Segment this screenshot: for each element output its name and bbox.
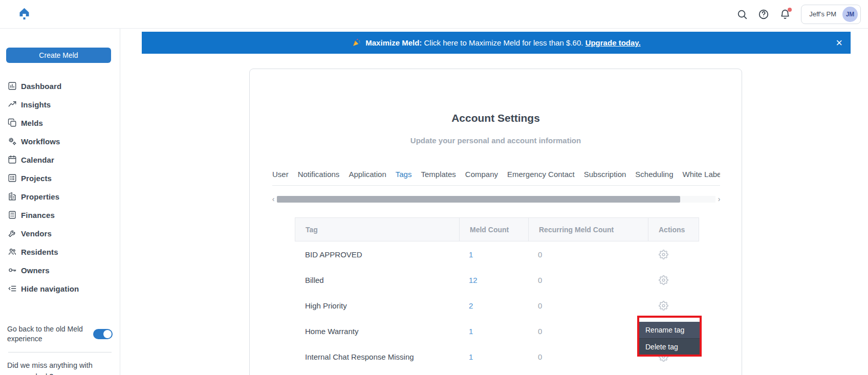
sidebar-item-hide-navigation[interactable]: Hide navigation (0, 279, 120, 298)
column-header-recurring-meld-count: Recurring Meld Count (528, 218, 648, 241)
user-menu[interactable]: Jeff's PM JM (801, 5, 861, 24)
workflows-icon (8, 137, 17, 146)
banner-upgrade-link[interactable]: Upgrade today. (585, 38, 641, 47)
page-title: Account Settings (250, 111, 742, 126)
meld-count-cell: 12 (459, 267, 528, 293)
tab-subscription[interactable]: Subscription (584, 170, 626, 179)
projects-icon (8, 173, 17, 183)
sidebar-item-label: Residents (21, 248, 58, 256)
meld-count-link[interactable]: 1 (469, 250, 473, 259)
search-icon[interactable] (736, 9, 748, 20)
banner-text: Maximize Meld: Click here to Maximize Me… (365, 38, 640, 47)
tab-tags[interactable]: Tags (396, 170, 412, 179)
properties-icon (8, 192, 17, 201)
sidebar-item-melds[interactable]: Melds (0, 114, 120, 132)
column-header-meld-count: Meld Count (459, 218, 528, 241)
tag-name: Home Warranty (295, 318, 459, 344)
promo-banner: Maximize Meld: Click here to Maximize Me… (142, 32, 851, 54)
meld-count-link[interactable]: 2 (469, 301, 473, 310)
owners-icon (8, 266, 17, 275)
old-experience-toggle-row: Go back to the old Meld experience (7, 324, 113, 344)
sidebar-item-owners[interactable]: Owners (0, 261, 120, 279)
banner-close-icon[interactable]: × (836, 37, 842, 49)
sidebar-item-finances[interactable]: Finances (0, 206, 120, 224)
feedback-text: Did we miss anything with our new look? (7, 360, 104, 375)
column-header-tag: Tag (295, 218, 459, 241)
tab-emergency-contact[interactable]: Emergency Contact (507, 170, 575, 179)
tab-company[interactable]: Company (465, 170, 498, 179)
sidebar-item-insights[interactable]: Insights (0, 95, 120, 114)
vendors-icon (8, 229, 17, 238)
sidebar-item-dashboard[interactable]: Dashboard (0, 77, 120, 95)
highlight-box: Rename tagDelete tag (637, 316, 702, 357)
notifications-bell-icon[interactable] (779, 9, 791, 20)
menu-item-delete-tag[interactable]: Delete tag (639, 338, 700, 355)
table-row: Billed 12 0 (295, 267, 699, 293)
tag-settings-gear-icon[interactable] (659, 250, 668, 259)
sidebar-item-label: Properties (21, 192, 59, 201)
column-header-actions: Actions (648, 218, 700, 241)
recurring-meld-count: 0 (528, 293, 647, 318)
sidebar-item-properties[interactable]: Properties (0, 187, 120, 206)
table-header: TagMeld CountRecurring Meld CountActions (295, 217, 699, 241)
sidebar-item-label: Projects (21, 174, 52, 183)
hide-navigation-icon (8, 284, 17, 293)
scroll-right-icon[interactable]: › (717, 196, 721, 203)
banner-message: Click here to Maximize Meld for less tha… (424, 38, 583, 47)
meld-count-cell: 2 (459, 293, 528, 318)
sidebar-nav: Dashboard Insights Melds Workflows Calen… (0, 77, 120, 298)
user-name: Jeff's PM (809, 10, 836, 18)
sidebar-item-workflows[interactable]: Workflows (0, 132, 120, 150)
recurring-meld-count: 0 (528, 318, 647, 344)
banner-bold-prefix: Maximize Meld: (365, 38, 422, 47)
table-row: High Priority 2 0 (295, 293, 699, 318)
topbar: Jeff's PM JM (0, 0, 868, 29)
settings-tabs: UserNotificationsApplicationTagsTemplate… (272, 170, 720, 186)
menu-item-rename-tag[interactable]: Rename tag (639, 322, 700, 338)
sidebar-item-calendar[interactable]: Calendar (0, 150, 120, 169)
tab-white-label[interactable]: White Label (683, 170, 720, 179)
tag-name: Billed (295, 267, 459, 293)
insights-icon (8, 100, 17, 109)
sidebar-item-vendors[interactable]: Vendors (0, 224, 120, 242)
recurring-meld-count: 0 (528, 267, 647, 293)
recurring-meld-count: 0 (528, 241, 647, 267)
tab-templates[interactable]: Templates (421, 170, 455, 179)
meld-count-cell: 1 (459, 241, 528, 267)
scrollbar-thumb[interactable] (277, 196, 680, 203)
sidebar: Create Meld Dashboard Insights Melds Wor… (0, 29, 120, 375)
sidebar-item-projects[interactable]: Projects (0, 169, 120, 187)
old-experience-toggle[interactable] (93, 329, 113, 339)
old-experience-toggle-label: Go back to the old Meld experience (7, 324, 88, 344)
tab-application[interactable]: Application (349, 170, 386, 179)
finances-icon (8, 210, 17, 219)
property-meld-logo-icon[interactable] (17, 7, 31, 21)
sidebar-item-label: Finances (21, 211, 55, 219)
page-subtitle: Update your personal and account informa… (250, 135, 742, 146)
actions-cell (647, 267, 699, 293)
meld-count-link[interactable]: 12 (469, 276, 478, 284)
table-row: BID APPROVED 1 0 (295, 241, 699, 267)
sidebar-item-label: Insights (21, 100, 51, 109)
meld-count-link[interactable]: 1 (469, 327, 473, 336)
meld-count-link[interactable]: 1 (469, 352, 473, 361)
tabs-scrollbar: ‹ › (271, 196, 721, 203)
tag-name: High Priority (295, 293, 459, 318)
create-meld-button[interactable]: Create Meld (6, 48, 111, 63)
scroll-left-icon[interactable]: ‹ (271, 196, 275, 203)
sidebar-item-label: Hide navigation (21, 284, 79, 293)
sidebar-item-label: Vendors (21, 229, 52, 238)
avatar: JM (842, 7, 858, 22)
tab-notifications[interactable]: Notifications (298, 170, 340, 179)
tab-scheduling[interactable]: Scheduling (635, 170, 673, 179)
notification-badge (788, 8, 792, 12)
help-icon[interactable] (758, 9, 769, 20)
sidebar-item-residents[interactable]: Residents (0, 242, 120, 261)
residents-icon (8, 247, 17, 256)
sidebar-bottom: Go back to the old Meld experience Did w… (0, 316, 120, 375)
tab-user[interactable]: User (272, 170, 289, 179)
tag-settings-gear-icon[interactable] (659, 275, 668, 285)
scrollbar-track[interactable] (277, 196, 715, 203)
tag-settings-gear-icon[interactable] (659, 301, 668, 311)
sidebar-item-label: Calendar (21, 156, 54, 164)
